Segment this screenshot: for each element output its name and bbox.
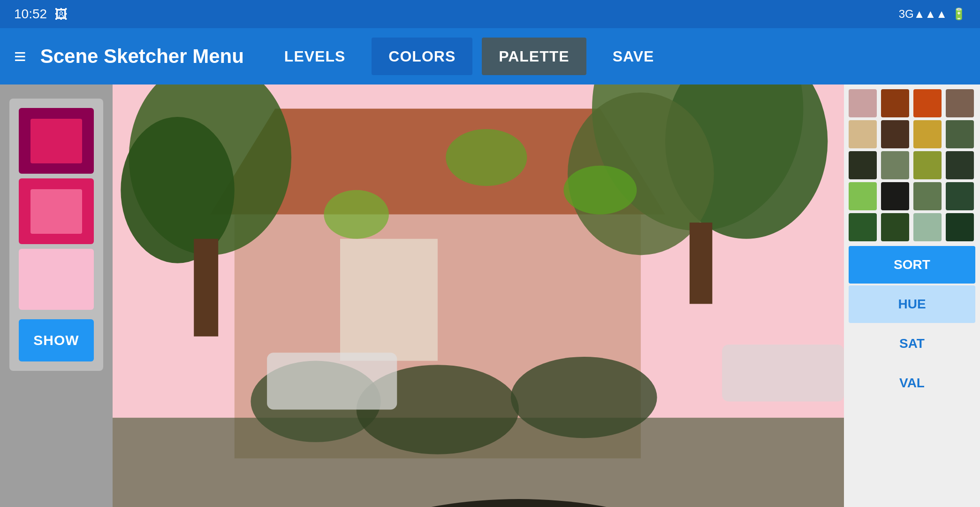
canvas-area[interactable] <box>113 84 844 507</box>
palette-color-11[interactable] <box>913 151 942 179</box>
palette-color-20[interactable] <box>946 213 974 241</box>
palette-color-5[interactable] <box>849 120 877 148</box>
svg-point-25 <box>563 166 637 215</box>
svg-rect-15 <box>267 353 397 409</box>
hamburger-menu-icon[interactable]: ≡ <box>14 45 26 68</box>
palette-color-3[interactable] <box>913 89 942 117</box>
palette-color-14[interactable] <box>881 182 909 210</box>
signal-icon: 3G▲▲▲ <box>899 8 947 21</box>
time-display: 10:52 <box>14 7 47 22</box>
svg-point-24 <box>446 129 527 186</box>
tab-levels[interactable]: LEVELS <box>267 38 362 75</box>
palette-color-2[interactable] <box>881 89 909 117</box>
photo-icon: 🖼 <box>54 7 68 22</box>
tab-save[interactable]: SAVE <box>596 38 671 75</box>
tab-colors[interactable]: COLORS <box>372 38 472 75</box>
palette-color-10[interactable] <box>881 151 909 179</box>
palette-color-7[interactable] <box>913 120 942 148</box>
palette-color-12[interactable] <box>946 151 974 179</box>
status-left: 10:52 🖼 <box>14 7 68 22</box>
palette-color-15[interactable] <box>913 182 942 210</box>
sort-by-sort[interactable]: SORT <box>849 246 975 284</box>
palette-color-4[interactable] <box>946 89 974 117</box>
svg-rect-16 <box>722 345 844 401</box>
svg-point-23 <box>324 190 389 239</box>
sort-by-sat[interactable]: SAT <box>849 325 975 362</box>
status-bar: 10:52 🖼 3G▲▲▲ 🔋 <box>0 0 980 28</box>
palette-color-19[interactable] <box>913 213 942 241</box>
battery-icon: 🔋 <box>952 8 966 21</box>
color-swatch-primary[interactable] <box>19 108 94 174</box>
status-right: 3G▲▲▲ 🔋 <box>899 8 966 21</box>
sort-options: SORT HUE SAT VAL <box>849 246 975 404</box>
palette-color-17[interactable] <box>849 213 877 241</box>
sort-by-val[interactable]: VAL <box>849 364 975 402</box>
left-sidebar: SHOW <box>0 84 113 507</box>
scene-svg <box>113 84 844 507</box>
svg-rect-7 <box>194 239 218 337</box>
nav-bar: ≡ Scene Sketcher Menu LEVELS COLORS PALE… <box>0 28 980 84</box>
palette-color-8[interactable] <box>946 120 974 148</box>
palette-color-13[interactable] <box>849 182 877 210</box>
right-panel: SORT HUE SAT VAL <box>844 84 980 507</box>
color-palette-grid <box>849 89 975 241</box>
palette-color-1[interactable] <box>849 89 877 117</box>
sort-by-hue[interactable]: HUE <box>849 285 975 323</box>
svg-rect-3 <box>340 239 438 361</box>
color-swatch-secondary-inner <box>30 189 82 234</box>
color-swatch-secondary[interactable] <box>19 178 94 244</box>
color-swatch-tertiary[interactable] <box>19 249 94 310</box>
svg-point-14 <box>511 357 657 438</box>
palette-color-9[interactable] <box>849 151 877 179</box>
sidebar-inner: SHOW <box>9 99 103 371</box>
color-swatch-primary-inner <box>30 119 82 163</box>
palette-color-6[interactable] <box>881 120 909 148</box>
palette-color-16[interactable] <box>946 182 974 210</box>
show-button[interactable]: SHOW <box>19 319 94 361</box>
app-title: Scene Sketcher Menu <box>40 45 244 68</box>
main-content: SHOW <box>0 84 980 507</box>
palette-color-18[interactable] <box>881 213 909 241</box>
svg-rect-11 <box>690 223 713 304</box>
tab-palette[interactable]: PALETTE <box>482 38 586 75</box>
